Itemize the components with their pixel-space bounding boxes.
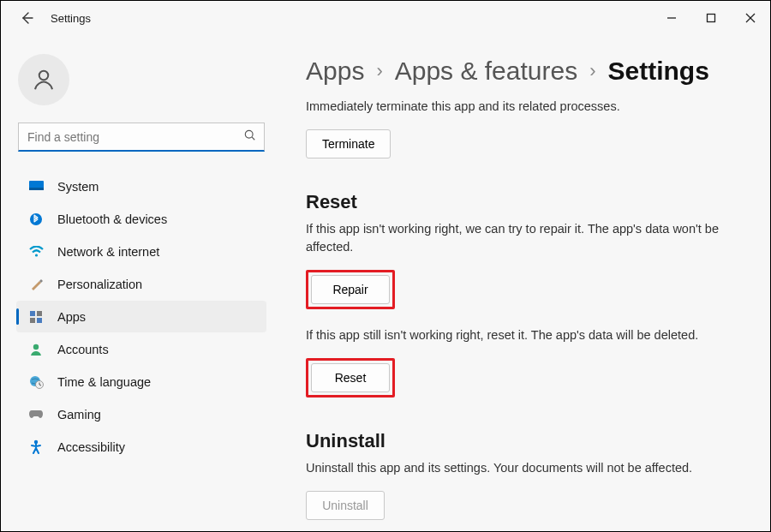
repair-button[interactable]: Repair [311,275,390,304]
brush-icon [28,277,44,292]
uninstall-button[interactable]: Uninstall [306,491,385,520]
sidebar-item-gaming[interactable]: Gaming [16,398,266,430]
sidebar-item-accounts[interactable]: Accounts [16,333,266,365]
sidebar: System Bluetooth & devices Network & int… [1,35,275,531]
svg-rect-11 [30,311,35,316]
sidebar-item-apps[interactable]: Apps [16,301,266,332]
nav-label: Time & language [57,375,151,389]
search-container [18,123,265,152]
chevron-right-icon: › [589,60,595,82]
wifi-icon [28,244,44,260]
nav-label: System [57,180,99,194]
sidebar-item-personalization[interactable]: Personalization [16,268,266,300]
svg-rect-1 [708,15,715,22]
sidebar-item-time[interactable]: Time & language [16,366,266,398]
svg-point-10 [34,254,37,256]
maximize-icon [706,13,716,23]
window-controls [652,1,770,35]
svg-point-5 [245,130,253,138]
terminate-button[interactable]: Terminate [306,129,391,158]
close-button[interactable] [731,1,770,35]
reset-description: If this app still isn't working right, r… [306,326,739,344]
reset-button[interactable]: Reset [311,363,390,392]
uninstall-heading: Uninstall [306,430,739,452]
window-title: Settings [51,12,91,25]
accounts-icon [28,342,44,357]
apps-icon [28,309,44,325]
maximize-button[interactable] [691,1,731,35]
close-icon [745,13,756,23]
nav-label: Accessibility [57,440,125,454]
svg-line-6 [252,137,254,140]
sidebar-item-accessibility[interactable]: Accessibility [16,431,266,463]
terminate-description: Immediately terminate this app and its r… [306,98,739,116]
svg-rect-12 [37,311,42,316]
titlebar: Settings [1,1,770,35]
repair-description: If this app isn't working right, we can … [306,220,739,256]
repair-highlight: Repair [306,270,395,309]
system-icon [28,179,44,194]
search-input[interactable] [18,123,265,152]
bluetooth-icon [28,212,44,227]
nav-label: Accounts [57,343,109,356]
svg-rect-8 [29,188,44,190]
sidebar-item-bluetooth[interactable]: Bluetooth & devices [16,203,266,235]
breadcrumb: Apps › Apps & features › Settings [306,57,739,86]
avatar[interactable] [18,54,69,105]
svg-point-15 [33,344,39,349]
main-content: Apps › Apps & features › Settings Immedi… [275,35,770,531]
arrow-left-icon [20,11,33,25]
nav-label: Network & internet [57,245,159,259]
svg-rect-13 [30,318,35,323]
nav-label: Bluetooth & devices [57,212,167,226]
minimize-button[interactable] [652,1,691,35]
sidebar-item-system[interactable]: System [16,170,266,202]
search-icon [244,129,256,145]
nav-label: Gaming [57,408,101,421]
crumb-apps[interactable]: Apps [306,57,364,86]
nav-label: Apps [57,310,86,324]
crumb-apps-features[interactable]: Apps & features [395,57,577,86]
gamepad-icon [28,407,44,422]
crumb-settings: Settings [608,57,709,86]
sidebar-item-network[interactable]: Network & internet [16,236,266,267]
minimize-icon [666,13,677,23]
svg-rect-14 [37,318,42,323]
globe-clock-icon [28,374,44,390]
chevron-right-icon: › [376,60,382,82]
reset-highlight: Reset [306,358,395,398]
back-button[interactable] [18,9,35,27]
uninstall-description: Uninstall this app and its settings. You… [306,459,739,477]
nav-list: System Bluetooth & devices Network & int… [16,170,266,463]
accessibility-icon [28,439,44,455]
reset-heading: Reset [306,191,739,213]
nav-label: Personalization [57,278,142,291]
svg-point-4 [39,71,49,81]
person-icon [31,67,57,93]
